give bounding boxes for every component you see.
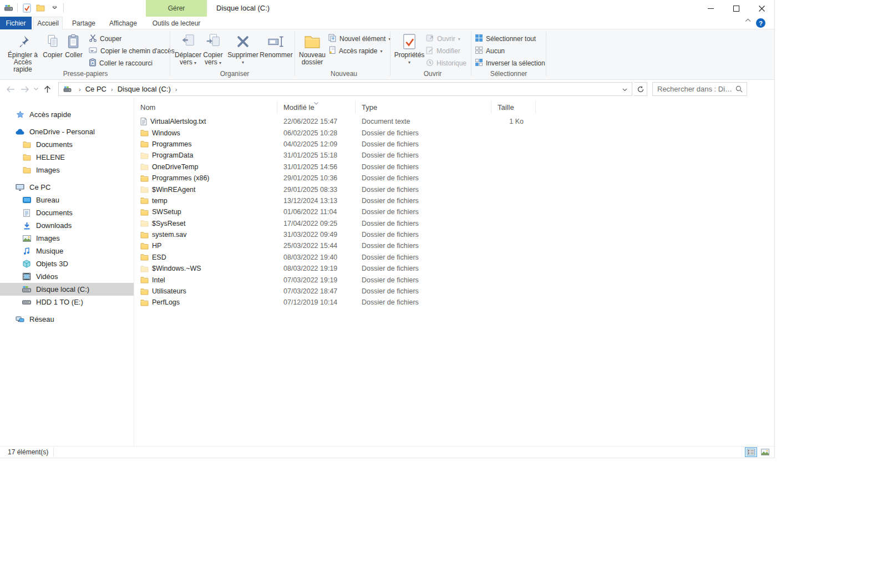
new-folder-button[interactable]: Nouveau dossier bbox=[298, 32, 327, 66]
file-row[interactable]: SWSetup01/06/2022 11:04Dossier de fichie… bbox=[134, 206, 536, 217]
sidebar-item-images[interactable]: Images bbox=[0, 232, 134, 245]
sidebar-item-label: Images bbox=[36, 166, 60, 174]
cut-button[interactable]: Couper bbox=[89, 34, 121, 44]
file-row[interactable]: VirtualAlertslog.txt22/06/2022 15:47Docu… bbox=[134, 116, 536, 127]
tab-fichier[interactable]: Fichier bbox=[0, 17, 32, 29]
sidebar-item-documents[interactable]: Documents bbox=[0, 138, 134, 151]
pin-quick-access-button[interactable]: Épingler à Accès rapide bbox=[4, 32, 41, 73]
thumbnail-view-button[interactable] bbox=[759, 447, 771, 457]
copy-path-button[interactable]: Copier le chemin d'accès bbox=[89, 46, 175, 56]
tab-accueil[interactable]: Accueil bbox=[33, 17, 63, 29]
up-button[interactable] bbox=[40, 82, 54, 97]
file-row[interactable]: PerfLogs07/12/2019 10:14Dossier de fichi… bbox=[134, 297, 536, 308]
drive-icon[interactable] bbox=[3, 2, 13, 13]
address-dropdown-caret-icon[interactable] bbox=[622, 85, 632, 93]
new-item-button[interactable]: Nouvel élément ▾ bbox=[328, 34, 390, 44]
navigation-pane: Accès rapideOneDrive - PersonalDocuments… bbox=[0, 98, 134, 447]
file-name: $SysReset bbox=[152, 220, 185, 227]
back-button[interactable] bbox=[3, 82, 18, 97]
picture-icon bbox=[22, 234, 31, 243]
sidebar-item-musique[interactable]: Musique bbox=[0, 245, 134, 257]
file-row[interactable]: $SysReset17/04/2022 09:25Dossier de fich… bbox=[134, 218, 536, 229]
file-row[interactable]: Utilisateurs07/03/2022 18:47Dossier de f… bbox=[134, 286, 536, 297]
close-button[interactable] bbox=[749, 0, 774, 17]
sidebar-item-bureau[interactable]: Bureau bbox=[0, 194, 134, 206]
paste-button[interactable]: Coller bbox=[63, 32, 84, 59]
sidebar-item-disque-local-c-[interactable]: Disque local (C:) bbox=[0, 283, 134, 296]
file-type: Dossier de fichiers bbox=[356, 254, 491, 261]
sidebar-item-label: Ce PC bbox=[29, 183, 50, 191]
quick-access-button[interactable]: Accès rapide ▾ bbox=[328, 46, 382, 56]
minimize-button[interactable] bbox=[698, 0, 723, 17]
collapse-ribbon-button[interactable] bbox=[745, 18, 751, 22]
file-row[interactable]: Windows06/02/2025 10:28Dossier de fichie… bbox=[134, 127, 536, 138]
paste-shortcut-button[interactable]: Coller le raccourci bbox=[89, 58, 153, 68]
search-input[interactable] bbox=[653, 85, 735, 93]
file-row[interactable]: Programmes (x86)29/01/2025 10:36Dossier … bbox=[134, 173, 536, 184]
file-row[interactable]: OneDriveTemp31/01/2025 14:56Dossier de f… bbox=[134, 161, 536, 173]
paste-icon bbox=[67, 32, 81, 52]
file-type: Dossier de fichiers bbox=[356, 287, 491, 295]
breadcrumb-disque-local[interactable]: Disque local (C:) bbox=[117, 85, 171, 93]
file-row[interactable]: system.sav31/03/2022 09:49Dossier de fic… bbox=[134, 229, 536, 240]
sidebar-item-label: Documents bbox=[36, 140, 73, 149]
sidebar-item-images[interactable]: Images bbox=[0, 164, 134, 176]
rename-button[interactable]: Renommer bbox=[258, 32, 294, 59]
sidebar-item-r-seau[interactable]: Réseau bbox=[0, 313, 134, 326]
select-all-button[interactable]: Sélectionner tout bbox=[475, 34, 536, 44]
forward-button[interactable] bbox=[18, 82, 32, 97]
search-icon[interactable] bbox=[735, 85, 747, 93]
properties-shortcut-icon[interactable] bbox=[22, 2, 32, 13]
column-header-size[interactable]: Taille bbox=[491, 100, 536, 114]
sidebar-item-hdd-1-to-e-[interactable]: HDD 1 TO (E:) bbox=[0, 296, 134, 308]
breadcrumb-ce-pc[interactable]: Ce PC bbox=[85, 85, 107, 93]
folder-pale-icon bbox=[140, 186, 149, 193]
file-modified: 06/02/2025 10:28 bbox=[277, 129, 356, 137]
column-header-modified[interactable]: Modifié le bbox=[277, 100, 356, 114]
invert-selection-button[interactable]: Inverser la sélection bbox=[475, 58, 545, 68]
properties-button[interactable]: Propriétés ▾ bbox=[394, 32, 424, 66]
sidebar-item-objets-3d[interactable]: Objets 3D bbox=[0, 257, 134, 270]
file-modified: 31/01/2025 14:56 bbox=[277, 163, 356, 171]
file-row[interactable]: Programmes04/02/2025 12:09Dossier de fic… bbox=[134, 139, 536, 150]
column-header-name[interactable]: Nom bbox=[134, 100, 277, 114]
maximize-button[interactable] bbox=[723, 0, 749, 17]
select-none-button[interactable]: Aucun bbox=[475, 46, 505, 56]
file-name: Programmes bbox=[152, 140, 192, 148]
move-to-icon bbox=[180, 32, 196, 52]
sidebar-item-helene[interactable]: HELENE bbox=[0, 151, 134, 164]
file-row[interactable]: Intel07/03/2022 19:19Dossier de fichiers bbox=[134, 274, 536, 285]
sidebar-item-documents[interactable]: Documents bbox=[0, 206, 134, 219]
file-row[interactable]: $Windows.~WS08/03/2022 19:19Dossier de f… bbox=[134, 263, 536, 274]
file-row[interactable]: $WinREAgent29/01/2025 08:33Dossier de fi… bbox=[134, 184, 536, 195]
file-row[interactable]: HP25/03/2022 15:44Dossier de fichiers bbox=[134, 240, 536, 251]
copy-to-button[interactable]: Copier vers ▾ bbox=[201, 32, 225, 67]
column-header-label: Type bbox=[362, 103, 377, 111]
sidebar-item-onedrive-personal[interactable]: OneDrive - Personal bbox=[0, 125, 134, 138]
tab-affichage[interactable]: Affichage bbox=[103, 17, 143, 29]
column-header-type[interactable]: Type bbox=[356, 100, 491, 114]
sidebar-item-vid-os[interactable]: Vidéos bbox=[0, 270, 134, 283]
file-row[interactable]: temp13/12/2024 13:13Dossier de fichiers bbox=[134, 195, 536, 206]
delete-button[interactable]: Supprimer ▾ bbox=[227, 32, 258, 66]
file-row[interactable]: ESD08/03/2022 19:40Dossier de fichiers bbox=[134, 252, 536, 263]
sidebar-item-label: Réseau bbox=[29, 315, 54, 323]
tab-partage[interactable]: Partage bbox=[67, 17, 101, 29]
file-modified: 25/03/2022 15:44 bbox=[277, 242, 356, 250]
tab-outils-de-lecteur[interactable]: Outils de lecteur bbox=[146, 17, 207, 29]
file-row[interactable]: ProgramData31/01/2025 15:18Dossier de fi… bbox=[134, 150, 536, 161]
sidebar-item-acc-s-rapide[interactable]: Accès rapide bbox=[0, 108, 134, 121]
customize-qat-caret-icon[interactable] bbox=[49, 2, 59, 13]
refresh-button[interactable] bbox=[634, 82, 647, 96]
details-view-button[interactable] bbox=[745, 447, 757, 457]
title-bar: Gérer Disque local (C:) bbox=[0, 0, 774, 17]
new-folder-shortcut-icon[interactable] bbox=[35, 2, 45, 13]
search-box[interactable] bbox=[652, 82, 747, 96]
help-button[interactable]: ? bbox=[756, 18, 765, 28]
sidebar-item-downloads[interactable]: Downloads bbox=[0, 219, 134, 232]
sidebar-item-ce-pc[interactable]: Ce PC bbox=[0, 181, 134, 194]
recent-locations-caret-icon[interactable] bbox=[32, 82, 40, 97]
address-bar[interactable]: › Ce PC › Disque local (C:) › bbox=[58, 82, 632, 96]
move-to-button[interactable]: Déplacer vers ▾ bbox=[175, 32, 201, 67]
copy-button[interactable]: Copier bbox=[42, 32, 63, 59]
